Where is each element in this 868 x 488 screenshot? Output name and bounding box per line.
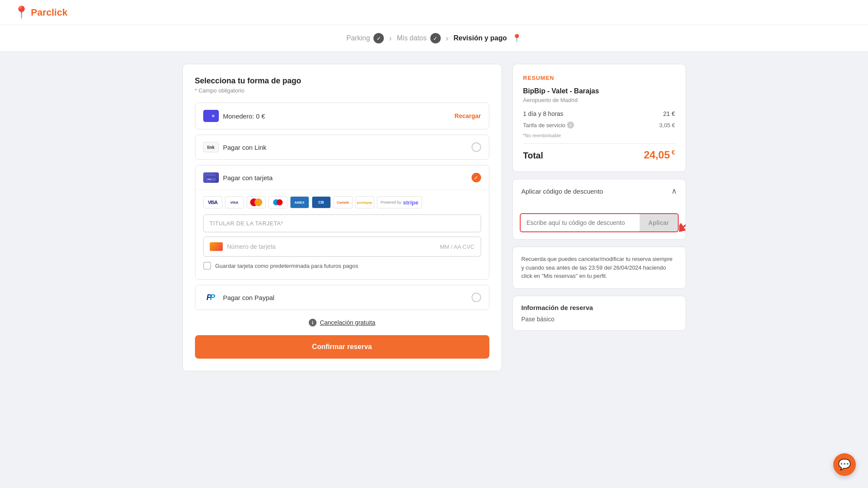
pagar-tarjeta-section: Pagar con tarjeta VISA VISA [195, 165, 489, 280]
total-price-value: 24,05 [644, 149, 670, 161]
link-payment-icon: link [203, 142, 219, 152]
expiry-cvc-placeholder: MM / AA CVC [440, 244, 474, 250]
maestro-circles [273, 199, 283, 205]
maestro-logo [268, 196, 287, 208]
breadcrumb-arrow-1: › [389, 34, 392, 43]
left-panel: Selecciona tu forma de pago * Campo obli… [182, 64, 502, 371]
confirm-button[interactable]: Confirmar reserva [195, 335, 489, 359]
cartasi-logo: CartaSì [333, 196, 353, 208]
total-price: 24,05 € [644, 149, 675, 161]
save-card-row: Guardar tarjeta como predeterminada para… [203, 262, 481, 270]
pagar-tarjeta-row: Pagar con tarjeta [195, 165, 489, 190]
save-card-checkbox[interactable] [203, 262, 211, 270]
mis-datos-check-icon: ✓ [430, 33, 441, 43]
chat-button[interactable]: 💬 [833, 453, 856, 476]
pagar-paypal-row: P P Pagar con Paypal [195, 285, 489, 310]
main-content: Selecciona tu forma de pago * Campo obli… [130, 52, 738, 383]
service-fee-row: Tarifa de servicio i 3,05 € [523, 122, 675, 129]
amex-logo: AMEX [290, 196, 309, 208]
powered-by-label: Powered by [381, 200, 402, 204]
service-info-icon[interactable]: i [567, 122, 574, 129]
postepay-logo: postepay [355, 196, 374, 208]
reservation-info-title: Información de reserva [521, 304, 677, 311]
discount-input-wrapper: Aplicar [520, 213, 679, 232]
pagar-tarjeta-radio[interactable] [472, 173, 481, 182]
breadcrumb-parking: Parking ✓ [347, 33, 384, 43]
card-number-left: Número de tarjeta [210, 242, 276, 251]
no-reembolsable-label: *No reembolsable [523, 133, 675, 138]
discount-header-label: Aplicar código de descuento [521, 188, 603, 195]
monedero-row: Monedero: 0 € Recargar [195, 103, 489, 129]
svg-rect-4 [208, 179, 211, 180]
discount-wrapper: Aplicar [513, 203, 686, 239]
svg-rect-3 [206, 176, 216, 178]
reservation-info: Información de reserva Pase básico [512, 296, 686, 331]
pagar-paypal-left: P P Pagar con Paypal [203, 292, 274, 303]
pagar-link-left: link Pagar con Link [203, 142, 267, 152]
service-fee-label: Tarifa de servicio [523, 122, 566, 129]
monedero-section: Monedero: 0 € Recargar [195, 102, 489, 129]
mastercard-circles [250, 198, 262, 206]
header: 📍 Parclick [0, 0, 868, 25]
pagar-paypal-label: Pagar con Paypal [223, 294, 274, 301]
logo-icon: 📍 [14, 5, 29, 20]
discount-apply-button[interactable]: Aplicar [640, 213, 678, 232]
card-num-icon [210, 242, 223, 251]
chat-icon: 💬 [838, 458, 851, 471]
payment-title: Selecciona tu forma de pago [195, 76, 489, 86]
red-arrow-indicator [679, 210, 686, 232]
pagar-link-label: Pagar con Link [223, 144, 267, 151]
discount-section: Aplicar código de descuento ∧ Aplicar [512, 179, 686, 240]
parking-name: BipBip - Valet - Barajas [523, 87, 675, 95]
total-row: Total 24,05 € [523, 149, 675, 161]
cancellation-link[interactable]: Cancelación gratuita [320, 319, 376, 326]
card-payment-form: VISA VISA AMEX [195, 190, 489, 279]
card-logos: VISA VISA AMEX [203, 190, 481, 208]
recargar-button[interactable]: Recargar [455, 112, 481, 119]
airport-name: Aeropuerto de Madrid [523, 97, 675, 103]
total-label: Total [523, 151, 543, 161]
paypal-p2-letter: P [210, 293, 215, 302]
pagar-paypal-section[interactable]: P P Pagar con Paypal [195, 285, 489, 310]
duration-row: 1 día y 8 horas 21 € [523, 110, 675, 117]
payment-subtitle: * Campo obligatorio [195, 87, 489, 94]
pagar-tarjeta-left: Pagar con tarjeta [203, 172, 273, 183]
logo-text: Parclick [31, 7, 67, 18]
parking-check-icon: ✓ [373, 33, 384, 43]
discount-input[interactable] [520, 213, 640, 232]
card-number-placeholder: Número de tarjeta [227, 243, 276, 250]
titular-field[interactable]: TITULAR DE LA TARJETA* [203, 214, 481, 232]
pagar-paypal-radio[interactable] [472, 293, 481, 302]
visa-logo: VISA [203, 196, 222, 208]
cancel-notice: Recuerda que puedes cancelar/modificar t… [512, 247, 686, 289]
cancel-info-icon: i [309, 319, 317, 326]
pagar-tarjeta-label: Pagar con tarjeta [223, 174, 273, 181]
breadcrumb-revision-label: Revisión y pago [454, 34, 507, 42]
location-pin-icon: 📍 [512, 33, 521, 43]
stripe-label: stripe [403, 199, 418, 206]
mc-orange-circle [254, 198, 262, 206]
breadcrumb-revision: Revisión y pago 📍 [454, 33, 522, 43]
stripe-logo: Powered by stripe [377, 196, 422, 208]
summary-label: RESUMEN [523, 75, 675, 81]
discount-header[interactable]: Aplicar código de descuento ∧ [513, 179, 686, 203]
breadcrumb: Parking ✓ › Mis datos ✓ › Revisión y pag… [0, 25, 868, 52]
cancel-notice-text: Recuerda que puedes cancelar/modificar t… [521, 256, 673, 279]
svg-rect-1 [212, 115, 215, 117]
monedero-label: Monedero: 0 € [223, 112, 265, 120]
ma-red-circle [277, 199, 283, 205]
summary-divider [523, 143, 675, 144]
pagar-link-section[interactable]: link Pagar con Link [195, 135, 489, 160]
duration-label: 1 día y 8 horas [523, 110, 564, 117]
card-number-row[interactable]: Número de tarjeta MM / AA CVC [203, 237, 481, 257]
right-panel: RESUMEN BipBip - Valet - Barajas Aeropue… [512, 64, 686, 371]
monedero-left: Monedero: 0 € [203, 110, 265, 122]
total-superscript: € [670, 149, 675, 156]
logo[interactable]: 📍 Parclick [14, 5, 67, 20]
mastercard-logo [247, 196, 266, 208]
service-fee-price: 3,05 € [659, 122, 675, 129]
card-payment-icon [203, 172, 219, 183]
summary-card: RESUMEN BipBip - Valet - Barajas Aeropue… [512, 64, 686, 172]
monedero-icon [203, 110, 219, 122]
pagar-link-radio[interactable] [472, 142, 481, 152]
